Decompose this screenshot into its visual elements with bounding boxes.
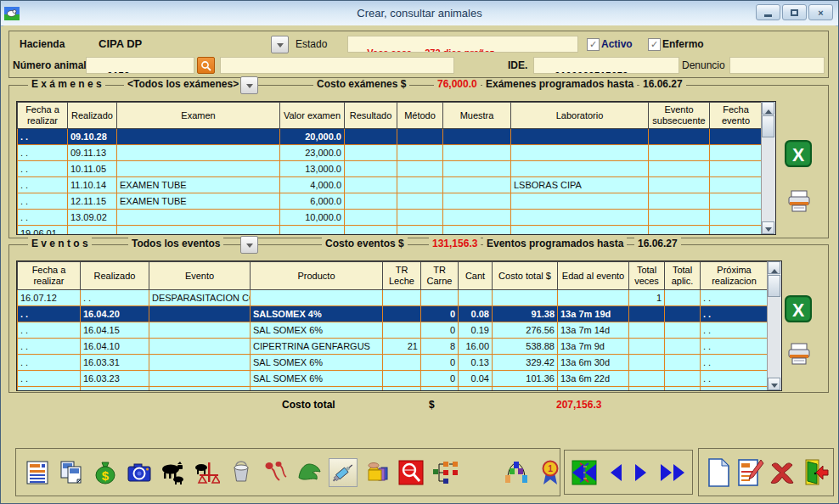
scroll-down-icon[interactable] bbox=[762, 221, 774, 234]
table-row[interactable]: . .09.10.2820,000.0 bbox=[18, 129, 763, 145]
close-button[interactable]: × bbox=[808, 4, 833, 20]
column-header[interactable]: Resultado bbox=[345, 103, 397, 129]
scroll-up-icon[interactable] bbox=[768, 261, 780, 274]
copy-button[interactable] bbox=[57, 458, 86, 487]
examenes-scrollbar[interactable] bbox=[761, 102, 775, 234]
enfermo-checkbox[interactable]: ✓ bbox=[648, 38, 661, 51]
vaccination-button[interactable] bbox=[329, 458, 358, 487]
next-record-button[interactable] bbox=[634, 464, 647, 481]
exit-button[interactable] bbox=[798, 456, 829, 489]
column-header[interactable]: TR Carne bbox=[421, 262, 459, 290]
column-header[interactable]: Cant bbox=[459, 262, 493, 290]
weigh-button[interactable] bbox=[193, 458, 222, 487]
table-row[interactable]: 16.03.20SAL SOMEX 6%00.17430.7813a 6m 19… bbox=[18, 387, 769, 392]
table-row[interactable]: 19.06.01 bbox=[18, 226, 763, 236]
column-header[interactable]: Valor examen bbox=[280, 103, 345, 129]
column-header[interactable]: Laboratorio bbox=[511, 103, 649, 129]
estado-label: Estado bbox=[296, 38, 327, 50]
column-header[interactable]: Muestra bbox=[443, 103, 511, 129]
column-header[interactable]: TR Leche bbox=[383, 262, 421, 290]
table-row[interactable]: . .09.11.1323,000.0 bbox=[18, 145, 763, 161]
column-header[interactable]: Método bbox=[397, 103, 443, 129]
milk-button[interactable] bbox=[227, 458, 256, 487]
toolbar: $ 1 bbox=[15, 448, 560, 496]
money-button[interactable]: $ bbox=[91, 458, 120, 487]
archive-button[interactable] bbox=[363, 458, 391, 487]
eventos-print-button[interactable] bbox=[786, 341, 814, 368]
eventos-excel-button[interactable]: X bbox=[785, 295, 812, 322]
column-header[interactable]: Edad al evento bbox=[558, 262, 629, 290]
table-row[interactable]: . .10.11.0513,000.0 bbox=[18, 161, 763, 177]
report-button[interactable] bbox=[23, 458, 52, 487]
examenes-programados-label: Exámenes programados hasta bbox=[482, 78, 637, 90]
minimize-button[interactable] bbox=[756, 4, 780, 20]
money-bag-icon: $ bbox=[93, 460, 118, 485]
camera-icon bbox=[127, 460, 152, 485]
palpation-button[interactable] bbox=[295, 458, 324, 487]
last-record-button[interactable] bbox=[659, 464, 684, 481]
column-header[interactable]: Total aplic. bbox=[665, 262, 701, 290]
new-record-button[interactable] bbox=[703, 456, 734, 489]
enfermo-label: Enfermo bbox=[662, 38, 704, 50]
column-header[interactable]: Realizado bbox=[81, 262, 149, 290]
previous-record-button[interactable] bbox=[610, 464, 622, 481]
maximize-button[interactable] bbox=[782, 4, 807, 20]
reproduction-button[interactable] bbox=[261, 458, 290, 487]
table-row[interactable]: . .16.04.20SALSOMEX 4%00.0891.3813a 7m 1… bbox=[18, 306, 769, 322]
column-header[interactable]: Examen bbox=[117, 103, 280, 129]
costo-total-value: 207,156.3 bbox=[556, 399, 601, 411]
column-header[interactable]: Evento bbox=[149, 262, 251, 290]
table-row[interactable]: . .16.04.15SAL SOMEX 6%00.19276.5613a 7m… bbox=[18, 322, 769, 339]
examenes-filter-dropdown bbox=[240, 78, 258, 96]
scrollbar-thumb[interactable] bbox=[768, 275, 780, 297]
denuncio-field[interactable] bbox=[729, 57, 825, 74]
column-header[interactable]: Realizado bbox=[68, 103, 117, 129]
costo-total-currency: $ bbox=[429, 399, 435, 411]
genealogy-button[interactable] bbox=[502, 458, 531, 487]
column-header[interactable]: Producto bbox=[251, 262, 383, 290]
weigh-scale-icon bbox=[194, 460, 220, 485]
activo-checkbox[interactable]: ✓ bbox=[587, 38, 600, 51]
table-row[interactable]: . .13.09.0210,000.0 bbox=[18, 210, 763, 226]
delete-record-button[interactable] bbox=[767, 456, 797, 489]
column-header[interactable]: Total veces bbox=[629, 262, 665, 290]
animal-name-field[interactable] bbox=[220, 57, 454, 74]
excel-icon: X bbox=[785, 295, 812, 322]
ide-label: IDE. bbox=[508, 59, 527, 71]
award-button[interactable]: 1 bbox=[536, 458, 565, 487]
table-row[interactable]: 16.07.12. .DESPARASITACION CON1. . bbox=[18, 290, 769, 306]
table-row[interactable]: . .11.10.14EXAMEN TUBE4,000.0LSBORAS CIP… bbox=[18, 177, 763, 193]
sperm-icon bbox=[262, 460, 288, 485]
edit-record-button[interactable] bbox=[735, 456, 765, 489]
examenes-print-button[interactable] bbox=[786, 188, 814, 216]
column-header[interactable]: Evento subsecuente bbox=[649, 103, 710, 129]
column-header[interactable]: Costo total $ bbox=[493, 262, 558, 290]
first-record-button[interactable] bbox=[572, 464, 598, 481]
search-button[interactable] bbox=[197, 57, 215, 74]
eventos-scrollbar[interactable] bbox=[767, 261, 781, 390]
table-row[interactable]: . .16.03.31SAL SOMEX 6%00.13329.4213a 6m… bbox=[18, 355, 769, 371]
scroll-up-icon[interactable] bbox=[762, 102, 774, 115]
scroll-down-icon[interactable] bbox=[768, 378, 780, 390]
animal-group: Hacienda CIPA DP Estado Vaca seca . 272 … bbox=[8, 31, 829, 78]
eventos-filter-value[interactable]: Todos los eventos bbox=[128, 238, 223, 249]
numero-animal-input[interactable]: 0152 bbox=[86, 57, 194, 74]
printer-icon bbox=[786, 341, 812, 367]
table-row[interactable]: . .16.04.10CIPERTRINA GENFARGUS21816.005… bbox=[18, 339, 769, 355]
examenes-excel-button[interactable]: X bbox=[785, 140, 812, 167]
cattle-button[interactable] bbox=[159, 458, 188, 487]
examenes-filter-value[interactable]: <Todos los exámenes> bbox=[124, 78, 242, 90]
denuncio-label: Denuncio bbox=[682, 59, 725, 71]
table-row[interactable]: . .12.11.15EXAMEN TUBE6,000.0 bbox=[18, 193, 763, 210]
flow-button[interactable] bbox=[431, 458, 459, 487]
column-header[interactable]: Próxima realizacion bbox=[701, 262, 769, 290]
column-header[interactable]: Fecha a realizar bbox=[18, 262, 81, 290]
hacienda-dropdown-button[interactable] bbox=[271, 36, 289, 53]
scrollbar-thumb[interactable] bbox=[762, 115, 774, 137]
zoom-button[interactable] bbox=[397, 458, 425, 487]
column-header[interactable]: Fecha evento bbox=[710, 103, 763, 129]
table-row[interactable]: . .16.03.23SAL SOMEX 6%00.04101.3613a 6m… bbox=[18, 371, 769, 387]
column-header[interactable]: Fecha a realizar bbox=[18, 103, 68, 129]
photo-button[interactable] bbox=[125, 458, 154, 487]
eventos-legend: E v e n t o s bbox=[28, 238, 92, 249]
